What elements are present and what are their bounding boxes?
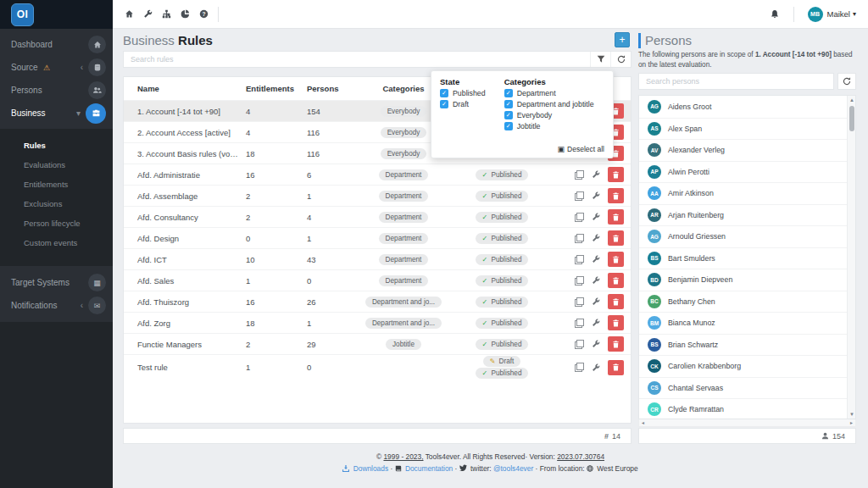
table-row[interactable]: Afd. Assemblage21Department✓ Published	[124, 185, 631, 206]
state-filter-option[interactable]: ✓Draft	[440, 100, 486, 108]
scroll-down-icon[interactable]: ▼	[848, 410, 856, 419]
scroll-up-icon[interactable]: ▲	[848, 96, 856, 104]
scroll-left-icon[interactable]: ◄	[639, 419, 647, 426]
sidebar-subitem-entitlements[interactable]: Entitlements	[0, 175, 113, 194]
copy-icon[interactable]	[575, 297, 584, 307]
category-filter-option[interactable]: ✓Jobtitle	[504, 122, 594, 130]
scrollbar-thumb[interactable]	[849, 106, 854, 131]
person-row[interactable]: ARArjan Ruitenberg	[639, 204, 847, 226]
wrench-icon[interactable]	[592, 234, 600, 242]
person-row[interactable]: CKCarolien Krabbenborg	[639, 355, 847, 377]
add-rule-button[interactable]: +	[615, 32, 630, 47]
copy-icon[interactable]	[575, 191, 584, 201]
delete-button[interactable]	[608, 252, 624, 267]
person-row[interactable]: AAAmir Atkinson	[639, 182, 847, 204]
user-menu[interactable]: Maikel ▾	[827, 9, 856, 19]
rules-search-input[interactable]	[124, 52, 590, 67]
category-filter-option[interactable]: ✓Department	[504, 89, 594, 97]
person-row[interactable]: BSBrian Schwartz	[639, 334, 847, 356]
category-filter-option[interactable]: ✓Everybody	[504, 111, 594, 119]
copy-icon[interactable]	[575, 234, 584, 243]
downloads-link[interactable]: Downloads	[353, 464, 388, 473]
persons-search-input[interactable]	[638, 73, 834, 90]
copy-icon[interactable]	[575, 276, 584, 286]
checkbox-checked-icon[interactable]: ✓	[504, 100, 513, 108]
twitter-handle-link[interactable]: @tools4ever	[493, 464, 533, 473]
copy-icon[interactable]	[575, 319, 584, 328]
person-row[interactable]: AGArnould Griessen	[639, 225, 847, 247]
person-row[interactable]: CRClyde Ramrattan	[639, 398, 847, 419]
wrench-icon[interactable]	[592, 170, 600, 179]
user-avatar[interactable]: MB	[808, 7, 823, 22]
table-row[interactable]: Afd. Administratie166Department✓ Publish…	[124, 164, 631, 185]
refresh-icon[interactable]	[610, 52, 631, 67]
scroll-right-icon[interactable]: ►	[848, 419, 855, 426]
delete-button[interactable]	[608, 167, 624, 182]
checkbox-checked-icon[interactable]: ✓	[504, 111, 513, 119]
wrench-icon[interactable]	[592, 363, 600, 372]
wrench-icon[interactable]	[592, 297, 600, 306]
pie-chart-nav-icon[interactable]	[175, 5, 194, 24]
person-row[interactable]: CSChantal Servaas	[639, 377, 847, 399]
category-filter-option[interactable]: ✓Department and jobtitle	[504, 100, 594, 108]
person-row[interactable]: BSBart Smulders	[639, 247, 847, 269]
wrench-icon[interactable]	[592, 340, 600, 348]
delete-button[interactable]	[608, 294, 624, 309]
wrench-icon[interactable]	[592, 213, 600, 221]
version-link[interactable]: 2023.07.30764	[557, 452, 604, 461]
sidebar-item-source[interactable]: Source ⚠ ‹	[0, 56, 113, 79]
person-row[interactable]: BCBethany Chen	[639, 291, 847, 313]
sidebar-subitem-rules[interactable]: Rules	[0, 136, 113, 155]
wrench-icon[interactable]	[592, 276, 600, 285]
person-row[interactable]: AGAidens Groot	[639, 96, 847, 118]
copy-icon[interactable]	[575, 170, 584, 180]
years-link[interactable]: 1999 - 2023,	[383, 452, 423, 461]
sidebar-subitem-evaluations[interactable]: Evaluations	[0, 155, 113, 175]
copy-icon[interactable]	[575, 255, 584, 264]
table-row[interactable]: Afd. ICT1043Department✓ Published	[124, 248, 631, 269]
table-row[interactable]: Test rule10✎ Draft✓ Published	[124, 354, 631, 380]
persons-horizontal-scrollbar[interactable]: ◄ ►	[638, 419, 856, 427]
filter-icon[interactable]	[590, 52, 610, 67]
documentation-link[interactable]: Documentation	[405, 464, 453, 473]
delete-button[interactable]	[608, 360, 624, 375]
checkbox-checked-icon[interactable]: ✓	[504, 89, 513, 97]
bell-icon[interactable]	[770, 9, 780, 19]
table-row[interactable]: Afd. Consultancy24Department✓ Published	[124, 206, 631, 227]
person-row[interactable]: APAlwin Perotti	[639, 161, 847, 183]
table-row[interactable]: Afd. Thuiszorg1626Department and jo...✓ …	[124, 291, 631, 312]
delete-button[interactable]	[608, 188, 624, 203]
sidebar-subitem-person-lifecycle[interactable]: Person lifecycle	[0, 214, 113, 233]
delete-button[interactable]	[608, 336, 624, 352]
delete-button[interactable]	[608, 315, 624, 330]
sidebar-item-persons[interactable]: Persons	[0, 79, 113, 102]
help-nav-icon[interactable]: ?	[194, 5, 213, 24]
app-logo[interactable]: OI	[11, 3, 34, 26]
sidebar-item-notifications[interactable]: Notifications ‹ ✉	[0, 294, 113, 317]
column-header-persons[interactable]: Persons	[307, 84, 356, 93]
sidebar-item-business[interactable]: Business ▾	[0, 102, 113, 125]
wrench-icon[interactable]	[592, 319, 600, 327]
delete-button[interactable]	[608, 230, 624, 246]
state-filter-option[interactable]: ✓Published	[440, 89, 486, 97]
sitemap-nav-icon[interactable]	[157, 5, 175, 24]
sidebar-item-target-systems[interactable]: Target Systems ▦	[0, 271, 113, 294]
person-row[interactable]: BDBenjamin Diepveen	[639, 269, 847, 291]
column-header-entitlements[interactable]: Entitlements	[246, 84, 307, 93]
person-row[interactable]: AVAlexander Verleg	[639, 139, 847, 161]
sidebar-subitem-custom-events[interactable]: Custom events	[0, 233, 113, 252]
sidebar-subitem-exclusions[interactable]: Exclusions	[0, 194, 113, 214]
table-row[interactable]: Afd. Zorg181Department and jo...✓ Publis…	[124, 312, 631, 333]
person-row[interactable]: ASAlex Span	[639, 118, 847, 140]
table-row[interactable]: Afd. Design01Department✓ Published	[124, 227, 631, 248]
copy-icon[interactable]	[575, 340, 584, 349]
table-row[interactable]: Afd. Sales10Department✓ Published	[124, 269, 631, 291]
checkbox-checked-icon[interactable]: ✓	[504, 122, 513, 130]
copy-icon[interactable]	[575, 213, 584, 222]
sidebar-item-dashboard[interactable]: Dashboard	[0, 33, 113, 56]
persons-scrollbar[interactable]: ▲ ▼	[847, 96, 855, 419]
checkbox-checked-icon[interactable]: ✓	[440, 89, 448, 97]
copy-icon[interactable]	[575, 363, 584, 372]
delete-button[interactable]	[608, 273, 624, 288]
home-nav-icon[interactable]	[120, 5, 138, 24]
